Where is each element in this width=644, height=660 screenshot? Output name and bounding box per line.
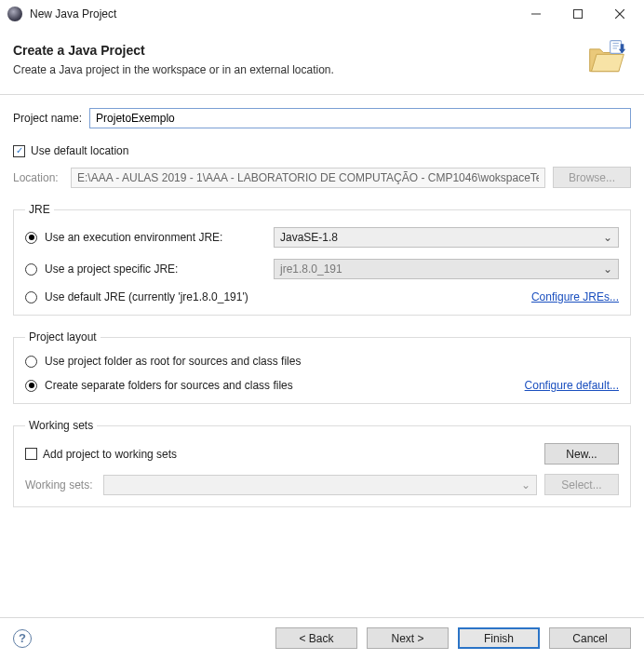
working-sets-group: Working sets ✓ Add project to working se… [13,419,631,507]
project-layout-group: Project layout Use project folder as roo… [13,330,631,404]
working-sets-label: Working sets: [25,478,96,492]
finish-button[interactable]: Finish [458,627,540,649]
project-layout-legend: Project layout [25,330,101,343]
use-default-location-label: Use default location [31,144,128,157]
radio-separate-folders-label: Create separate folders for sources and … [45,379,293,392]
radio-project-jre-label: Use a project specific JRE: [45,263,266,276]
checkbox-icon: ✓ [13,145,25,157]
svg-rect-1 [573,10,582,19]
chevron-down-icon: ⌄ [603,263,612,276]
cancel-button[interactable]: Cancel [549,627,631,649]
project-name-row: Project name: [13,108,631,128]
select-working-sets-button: Select... [544,474,619,495]
radio-exec-env[interactable] [25,232,37,244]
location-label: Location: [13,171,63,184]
add-to-working-sets-label: Add project to working sets [43,448,177,461]
radio-separate-folders[interactable] [25,380,37,392]
close-button[interactable] [598,0,640,28]
project-jre-value: jre1.8.0_191 [280,263,342,276]
radio-exec-env-label: Use an execution environment JRE: [45,231,266,244]
project-folder-icon [586,37,627,81]
use-default-location-checkbox[interactable]: ✓ Use default location [13,144,128,157]
browse-button: Browse... [553,167,631,188]
radio-root-folder-label: Use project folder as root for sources a… [45,355,301,368]
new-working-set-button[interactable]: New... [544,443,619,465]
exec-env-value: JavaSE-1.8 [280,231,338,244]
banner: Create a Java Project Create a Java proj… [0,28,644,94]
location-input [71,168,545,188]
working-sets-legend: Working sets [25,419,97,432]
exec-env-select[interactable]: JavaSE-1.8 ⌄ [274,227,619,248]
banner-subheading: Create a Java project in the workspace o… [13,63,334,76]
svg-rect-4 [610,41,622,54]
radio-default-jre-label: Use default JRE (currently 'jre1.8.0_191… [45,290,248,303]
configure-default-link[interactable]: Configure default... [525,379,619,392]
project-name-input[interactable] [89,108,631,128]
jre-legend: JRE [25,203,54,216]
radio-project-jre[interactable] [25,263,37,276]
minimize-button[interactable] [515,0,557,28]
maximize-button[interactable] [557,0,598,28]
project-jre-select: jre1.8.0_191 ⌄ [274,259,619,279]
eclipse-icon [7,7,22,21]
window-title: New Java Project [30,7,515,20]
add-to-working-sets-checkbox[interactable]: ✓ Add project to working sets [25,448,177,461]
back-button[interactable]: < Back [275,627,357,649]
location-row: Location: Browse... [13,167,631,188]
next-button[interactable]: Next > [367,627,449,649]
window-controls [515,0,640,28]
jre-group: JRE Use an execution environment JRE: Ja… [13,203,631,316]
chevron-down-icon: ⌄ [521,478,530,492]
working-sets-select: ⌄ [103,475,537,495]
titlebar: New Java Project [0,0,644,28]
radio-root-folder[interactable] [25,356,37,368]
radio-default-jre[interactable] [25,291,37,303]
chevron-down-icon: ⌄ [603,231,612,244]
checkbox-icon: ✓ [25,448,37,460]
wizard-footer: ? < Back Next > Finish Cancel [0,617,644,660]
project-name-label: Project name: [13,112,82,125]
configure-jres-link[interactable]: Configure JREs... [531,290,619,303]
banner-heading: Create a Java Project [13,43,334,58]
help-button[interactable]: ? [13,629,32,648]
